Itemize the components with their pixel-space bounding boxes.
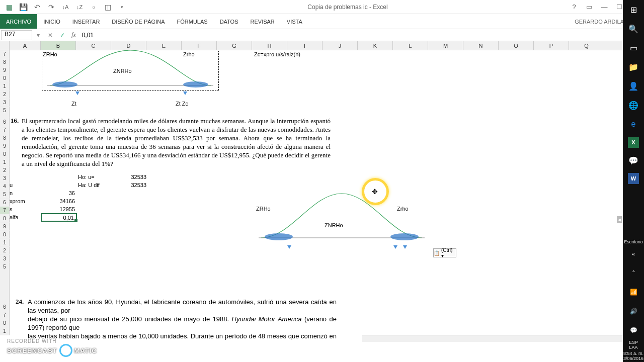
row-header[interactable]: 5 bbox=[0, 107, 10, 118]
col-header[interactable]: C bbox=[76, 41, 111, 50]
row-header[interactable]: 8 bbox=[0, 215, 10, 223]
row-header[interactable]: 8 bbox=[0, 58, 10, 66]
row-header[interactable]: 8 bbox=[0, 134, 10, 142]
volume-icon[interactable]: 🔊 bbox=[627, 305, 640, 318]
row-header[interactable]: 0 bbox=[0, 319, 10, 327]
name-box-dropdown-icon[interactable]: ▾ bbox=[33, 30, 43, 40]
row-header[interactable]: 1 bbox=[0, 82, 10, 90]
row-header[interactable]: 9 bbox=[0, 142, 10, 150]
row-header[interactable]: 9 bbox=[0, 223, 10, 231]
minimize-icon[interactable]: — bbox=[598, 2, 610, 12]
row-header[interactable]: 7 bbox=[0, 311, 10, 319]
row-header[interactable]: 6 bbox=[0, 199, 10, 207]
word-taskbar-icon[interactable]: W bbox=[628, 173, 639, 184]
col-header[interactable]: F bbox=[182, 41, 217, 50]
row-header[interactable]: 9 bbox=[0, 66, 10, 74]
ribbon-collapse-icon[interactable]: ▭ bbox=[583, 2, 595, 12]
messages-icon[interactable]: 💬 bbox=[627, 154, 640, 167]
people-icon[interactable]: 👤 bbox=[627, 79, 640, 93]
row-header[interactable]: 1 bbox=[0, 239, 10, 247]
tab-diseno[interactable]: DISEÑO DE PÁGINA bbox=[106, 14, 171, 29]
row-header[interactable]: 2 bbox=[0, 166, 10, 174]
col-header[interactable]: P bbox=[534, 41, 569, 50]
tab-formulas[interactable]: FÓRMULAS bbox=[171, 14, 214, 29]
user-name[interactable]: GERARDO ARDILA bbox=[572, 14, 627, 29]
edge-icon[interactable]: e bbox=[627, 118, 640, 131]
row-header[interactable]: 2 bbox=[0, 90, 10, 99]
save-icon[interactable]: 💾 bbox=[18, 2, 28, 12]
row-header[interactable]: 7 bbox=[0, 50, 10, 58]
col-header[interactable]: H bbox=[252, 41, 287, 50]
file-explorer-icon[interactable]: 📁 bbox=[627, 60, 640, 73]
col-header[interactable]: M bbox=[428, 41, 463, 50]
row-header[interactable]: 3 bbox=[0, 255, 10, 263]
col-header[interactable]: D bbox=[111, 41, 146, 50]
col-header[interactable]: L bbox=[393, 41, 428, 50]
tab-vista[interactable]: VISTA bbox=[281, 14, 308, 29]
task-view-icon[interactable]: ▭ bbox=[627, 41, 640, 54]
row-header[interactable]: 3 bbox=[0, 99, 10, 107]
row-header[interactable]: 4 bbox=[0, 183, 10, 191]
col-header[interactable]: I bbox=[287, 41, 323, 50]
clock[interactable]: 8:54 a. m.3/06/2016 bbox=[623, 350, 643, 362]
col-header[interactable]: Q bbox=[569, 41, 604, 50]
more-icon[interactable]: ▾ bbox=[117, 2, 127, 12]
name-box[interactable]: B27 bbox=[1, 30, 32, 40]
row-header[interactable]: 1 bbox=[0, 158, 10, 166]
chart-icon[interactable]: ◫ bbox=[103, 2, 113, 12]
select-all-corner[interactable] bbox=[0, 41, 10, 50]
horizontal-scrollbar[interactable] bbox=[362, 335, 637, 342]
active-cell[interactable]: 0,01 bbox=[41, 213, 77, 222]
formula-input[interactable]: 0,01 bbox=[79, 32, 632, 39]
tab-datos[interactable]: DATOS bbox=[214, 14, 245, 29]
tab-insertar[interactable]: INSERTAR bbox=[66, 14, 106, 29]
confirm-icon[interactable]: ✓ bbox=[57, 30, 67, 40]
redo-icon[interactable]: ↷ bbox=[46, 2, 56, 12]
row-header[interactable]: 0 bbox=[0, 74, 10, 82]
tab-inicio[interactable]: INICIO bbox=[37, 14, 66, 29]
start-icon[interactable]: ⊞ bbox=[627, 3, 640, 16]
row-header[interactable]: 5 bbox=[0, 191, 10, 199]
lang-indicator[interactable]: ESPLAA bbox=[629, 340, 638, 350]
search-icon[interactable]: 🔍 bbox=[627, 22, 640, 35]
small-curve-diagram bbox=[45, 50, 216, 90]
panel-expand-icon[interactable]: ◀ bbox=[617, 216, 622, 223]
desktop-label[interactable]: Escritorio bbox=[624, 239, 643, 244]
row-header[interactable]: 3 bbox=[0, 174, 10, 183]
wifi-icon[interactable]: 📶 bbox=[627, 286, 640, 299]
col-header[interactable]: K bbox=[358, 41, 393, 50]
excel-taskbar-icon[interactable]: X bbox=[628, 137, 639, 148]
col-header[interactable]: G bbox=[217, 41, 252, 50]
chrome-icon[interactable]: 🌐 bbox=[627, 99, 640, 112]
cell-label: alfa bbox=[10, 214, 19, 220]
row-header[interactable]: 1 bbox=[0, 327, 10, 335]
row-header[interactable]: 6 bbox=[0, 118, 10, 126]
col-header[interactable]: E bbox=[146, 41, 182, 50]
row-header[interactable]: 7 bbox=[0, 126, 10, 134]
col-header[interactable]: A bbox=[10, 41, 41, 50]
paste-options-button[interactable]: 📋(Ctrl) ▾ bbox=[433, 248, 456, 257]
col-header[interactable]: B bbox=[41, 41, 76, 50]
row-header[interactable]: 6 bbox=[0, 303, 10, 311]
tab-archivo[interactable]: ARCHIVO bbox=[0, 14, 37, 29]
tray-chevron-up-icon[interactable]: ˄ bbox=[627, 266, 640, 280]
row-header[interactable]: 0 bbox=[0, 231, 10, 239]
row-header[interactable]: 5 bbox=[0, 263, 10, 303]
row-header[interactable]: 2 bbox=[0, 247, 10, 255]
tray-chevron-icon[interactable]: « bbox=[627, 247, 640, 260]
col-header[interactable]: N bbox=[463, 41, 499, 50]
row-header[interactable]: 7 bbox=[0, 207, 10, 215]
help-icon[interactable]: ? bbox=[568, 2, 580, 12]
new-file-icon[interactable]: ▫ bbox=[89, 2, 99, 12]
sort-desc-icon[interactable]: ↓Z bbox=[74, 2, 85, 12]
row-header[interactable]: 0 bbox=[0, 150, 10, 158]
col-header[interactable]: O bbox=[499, 41, 534, 50]
action-center-icon[interactable]: 💬 bbox=[627, 324, 640, 337]
cancel-icon[interactable]: ✕ bbox=[45, 30, 55, 40]
tab-revisar[interactable]: REVISAR bbox=[245, 14, 281, 29]
fx-icon[interactable]: fx bbox=[71, 31, 76, 39]
worksheet[interactable]: 7 8 9 0 1 2 3 5 6 7 8 9 0 1 2 3 4 5 6 7 … bbox=[0, 50, 644, 342]
undo-icon[interactable]: ↶ bbox=[32, 2, 42, 12]
sort-asc-icon[interactable]: ↓A bbox=[60, 2, 70, 12]
col-header[interactable]: J bbox=[323, 41, 358, 50]
